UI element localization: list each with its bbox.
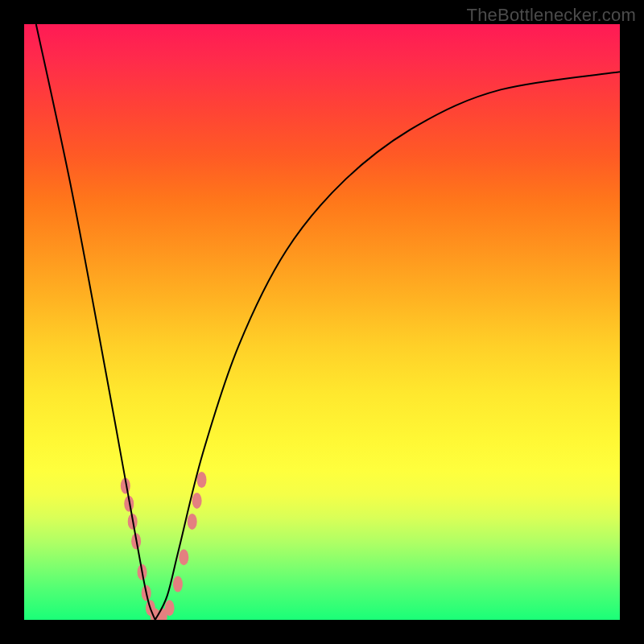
left-branch-curve: [36, 24, 155, 620]
data-marker: [179, 549, 188, 565]
chart-frame: TheBottlenecker.com: [0, 0, 644, 644]
data-marker: [192, 493, 202, 509]
right-branch-curve: [155, 72, 620, 620]
data-marker: [173, 576, 183, 592]
chart-svg: [24, 24, 620, 620]
watermark-text: TheBottlenecker.com: [467, 5, 636, 26]
data-marker: [165, 600, 175, 616]
data-marker: [197, 472, 207, 488]
plot-area: [24, 24, 620, 620]
markers-group: [121, 472, 207, 620]
data-marker: [188, 514, 197, 530]
